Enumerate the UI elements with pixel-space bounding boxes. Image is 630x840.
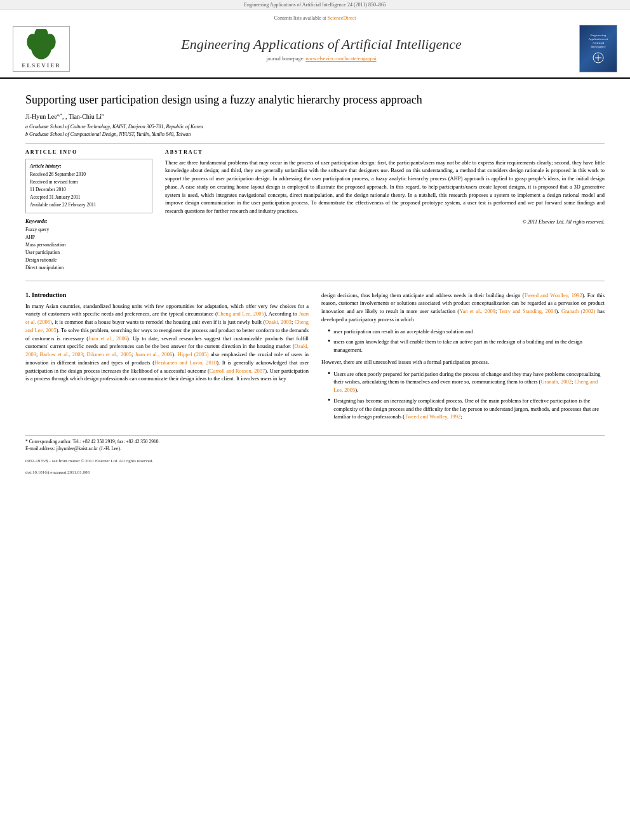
sciencedirect-link[interactable]: ScienceDirect (328, 15, 356, 21)
authors: Ji-Hyun Leea,*, , Tian-Chiu Lib (25, 112, 605, 120)
bullet-text-4: Designing has become an increasingly com… (333, 397, 605, 421)
ref-granath-2002b[interactable]: Granath, 2002 (540, 378, 572, 385)
revised-date: 11 December 2010 (30, 186, 148, 194)
email-note: E-mail address: jihyunlee@kaist.ac.kr (J… (25, 445, 605, 452)
keywords-heading: Keywords: (25, 218, 152, 224)
ref-cheng-lee-2005[interactable]: Cheng and Lee, 2005 (217, 310, 264, 317)
doi-text: doi:10.1016/j.engappai.2011.01.008 (25, 470, 90, 475)
journal-thumbnail: EngineeringApplications ofArtificialInte… (579, 25, 617, 72)
author2-sup: b (102, 112, 104, 117)
revised-label: Received in revised form (30, 178, 148, 186)
bullet-item-1: • user participation can result in an ac… (328, 328, 605, 336)
intro-para1-right: design decisions, thus helping them anti… (321, 291, 605, 324)
ref-barlow-2003[interactable]: Barlow et al., 2003 (40, 351, 83, 357)
issn-line: 0952-1976/$ - see front matter © 2011 El… (25, 458, 605, 465)
bullet-text-3: Users are often poorly prepared for part… (333, 370, 605, 394)
keyword-1: Fuzzy query (25, 226, 152, 234)
bullet-list-2: • Users are often poorly prepared for pa… (328, 370, 605, 422)
ref-heiskanen-2010[interactable]: Heiskanen and Lovio, 2010 (154, 359, 217, 366)
bullet-dot-4: • (328, 396, 330, 404)
contents-label: Contents lists available at (274, 15, 326, 21)
keyword-6: Direct manipulation (25, 264, 152, 272)
ref-granath-2002[interactable]: Granath (2002) (561, 308, 595, 314)
ref-tweed-1992[interactable]: Tweed and Woolley, 1992 (524, 292, 582, 298)
affiliations: a Graduate School of Culture Technology,… (25, 123, 605, 138)
keywords-section: Keywords: Fuzzy query AHP Mass personali… (25, 218, 152, 272)
available-date: Available online 22 February 2011 (30, 201, 148, 209)
author1-name: Ji-Hyun Lee (25, 114, 57, 121)
article-title: Supporting user participation design usi… (25, 93, 605, 107)
article-info-box: Article history: Received 26 September 2… (25, 159, 152, 213)
bullet-list-1: • user participation can result in an ac… (328, 328, 605, 354)
bullet-dot-1: • (328, 327, 330, 335)
bullet-text-1: user participation can result in an acce… (333, 328, 473, 336)
footnote-section: * Corresponding author. Tel.: +82 42 350… (25, 435, 605, 476)
affiliation1: a Graduate School of Culture Technology,… (25, 123, 605, 131)
issn-text: 0952-1976/$ - see front matter © 2011 El… (25, 458, 153, 463)
abstract-label: ABSTRACT (165, 149, 605, 155)
ref-yan-2009[interactable]: Yan et al., 2009 (459, 308, 495, 314)
body-left-column: 1. Introduction In many Asian countries,… (25, 291, 309, 425)
bullet-dot-2: • (328, 337, 330, 345)
ref-tweed-1992b[interactable]: Tweed and Woolley, 1992 (405, 413, 460, 420)
article-divider (25, 143, 605, 144)
header-center: Engineering Applications of Artificial I… (76, 36, 566, 62)
ref-juan-2006c[interactable]: Juan et al., 2006 (135, 351, 173, 357)
ref-terry-2004[interactable]: Terry and Standing, 2004 (499, 308, 556, 314)
homepage-link[interactable]: www.elsevier.com/locate/engappai (305, 56, 376, 62)
homepage-label: journal homepage: (266, 56, 304, 62)
ai-icon (592, 51, 605, 64)
ref-ozaki-2003[interactable]: Ozaki, 2003 (265, 319, 292, 325)
bullet-item-4: • Designing has become an increasingly c… (328, 397, 605, 421)
body-right-column: design decisions, thus helping them anti… (321, 291, 605, 425)
keyword-2: AHP (25, 234, 152, 241)
info-abstract-section: ARTICLE INFO Article history: Received 2… (25, 149, 605, 272)
article-history-heading: Article history: (30, 163, 148, 169)
elsevier-logo: ELSEVIER (13, 26, 70, 72)
copyright-notice: © 2011 Elsevier Ltd. All rights reserved… (165, 219, 605, 225)
author1-sup: a,* (57, 112, 62, 117)
bullet-item-2: • users can gain knowledge that will ena… (328, 338, 605, 354)
page-content: Supporting user participation design usi… (0, 79, 630, 483)
elsevier-tree-icon (22, 29, 60, 61)
intro-para1: In many Asian countries, standardized ho… (25, 302, 309, 383)
doi-line: doi:10.1016/j.engappai.2011.01.008 (25, 469, 605, 476)
article-info-label: ARTICLE INFO (25, 149, 152, 155)
journal-reference-text: Engineering Applications of Artificial I… (244, 2, 386, 8)
author2-name: , Tian-Chiu Li (65, 114, 102, 121)
keyword-3: Mass personalization (25, 241, 152, 249)
elsevier-brand-text: ELSEVIER (22, 62, 61, 69)
bullet-dot-3: • (328, 370, 330, 377)
para-after-bullets: However, there are still unresolved issu… (321, 358, 605, 366)
main-body: 1. Introduction In many Asian countries,… (25, 291, 605, 425)
journal-title: Engineering Applications of Artificial I… (76, 36, 566, 54)
keyword-5: Design rationale (25, 257, 152, 264)
journal-thumbnail-container: EngineeringApplications ofArtificialInte… (566, 25, 617, 72)
ref-juan-2006b[interactable]: Juan et al., 2006 (88, 335, 127, 342)
keyword-4: User participation (25, 249, 152, 257)
elsevier-logo-container: ELSEVIER (13, 26, 76, 72)
ref-carroll-2007[interactable]: Carroll and Rosson, 2007 (210, 368, 265, 374)
bullet-text-2: users can gain knowledge that will enabl… (333, 338, 605, 354)
accepted-date: Accepted 31 January 2011 (30, 194, 148, 201)
abstract-text: There are three fundamental problems tha… (165, 159, 605, 215)
bullet-item-3: • Users are often poorly prepared for pa… (328, 370, 605, 394)
affiliation2: b Graduate School of Computational Desig… (25, 131, 605, 138)
corresponding-author-note: * Corresponding author. Tel.: +82 42 350… (25, 438, 605, 445)
received-date: Received 26 September 2010 (30, 171, 148, 178)
ref-hippel-2005[interactable]: Hippel (2005) (178, 351, 209, 357)
journal-homepage: journal homepage: www.elsevier.com/locat… (76, 56, 566, 62)
intro-heading: 1. Introduction (25, 291, 309, 298)
journal-reference-bar: Engineering Applications of Artificial I… (0, 0, 630, 10)
header-inner: ELSEVIER Engineering Applications of Art… (13, 25, 617, 72)
article-info-column: ARTICLE INFO Article history: Received 2… (25, 149, 152, 272)
ref-dikmen-2005[interactable]: Dikmen et al., 2005 (86, 351, 131, 357)
abstract-column: ABSTRACT There are three fundamental pro… (165, 149, 605, 272)
body-divider (25, 281, 605, 281)
journal-header: Contents lists available at ScienceDirec… (0, 10, 630, 79)
